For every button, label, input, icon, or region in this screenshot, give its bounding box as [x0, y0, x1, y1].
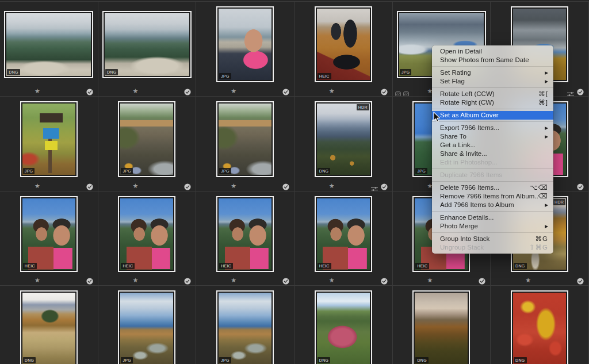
photo-image: HEIC — [317, 198, 370, 270]
photo-area: DNG — [98, 2, 196, 87]
menu-item-remove-7966-items-from-album[interactable]: Remove 7966 Items from Album...⌫ — [432, 192, 553, 201]
submenu-arrow-icon: ▶ — [545, 124, 548, 132]
photo-image: HEIC — [219, 198, 271, 270]
star-rating-icon[interactable]: ★ — [34, 182, 41, 190]
sync-status-icon — [282, 277, 289, 283]
photo-image: DNG — [415, 293, 468, 364]
photo-thumbnail[interactable]: JPG — [216, 6, 274, 82]
photo-area: JPG — [98, 286, 196, 364]
menu-item-share-invite[interactable]: Share & Invite... — [432, 150, 553, 158]
photo-thumbnail[interactable]: HEIC — [20, 196, 78, 272]
edited-badge-icon — [395, 89, 401, 94]
photo-image: DNG — [22, 293, 75, 364]
menu-separator — [432, 66, 553, 67]
menu-separator — [432, 121, 553, 122]
menu-item-add-7966-items-to-album[interactable]: Add 7966 Items to Album▶ — [432, 201, 553, 209]
photo-thumbnail[interactable]: HEIC — [118, 196, 175, 272]
menu-item-label: Show Photos from Same Date — [440, 56, 529, 64]
photo-area: DNG — [294, 286, 392, 364]
star-rating-icon[interactable]: ★ — [230, 182, 237, 190]
photo-thumbnail[interactable]: JPG — [118, 290, 175, 364]
menu-item-label: Set as Album Cover — [440, 111, 499, 120]
thumbnail-meta-bar: ★ — [98, 276, 196, 285]
menu-item-label: Rotate Right (CW) — [440, 98, 494, 107]
menu-item-shortcut: ⌥⌫ — [530, 183, 548, 192]
thumbnail-meta-bar: ★ — [294, 87, 392, 96]
photo-cell: DNGHDR★ — [294, 96, 393, 191]
context-menu: Open in DetailShow Photos from Same Date… — [432, 45, 553, 254]
menu-item-set-flag[interactable]: Set Flag▶ — [432, 77, 553, 86]
format-badge: JPG — [400, 69, 412, 75]
star-rating-icon[interactable]: ★ — [34, 276, 41, 284]
photo-cell: HEIC★ — [294, 1, 393, 96]
format-badge: JPG — [219, 73, 231, 79]
photo-thumbnail[interactable]: DNG — [102, 11, 192, 78]
menu-item-open-in-detail[interactable]: Open in Detail — [432, 47, 553, 56]
menu-item-group-into-stack[interactable]: Group Into Stack⌘G — [432, 235, 553, 243]
photo-cell: JPG★ — [196, 96, 294, 191]
photo-cell: DNG★ — [294, 285, 393, 364]
menu-item-duplicate-7966-items: Duplicate 7966 Items — [432, 171, 553, 179]
menu-item-rotate-left-ccw[interactable]: Rotate Left (CCW)⌘[ — [432, 90, 553, 98]
photo-thumbnail[interactable]: DNGHDR — [315, 101, 372, 177]
photo-thumbnail[interactable]: HEIC — [315, 6, 372, 82]
photo-thumbnail[interactable]: DNG — [315, 290, 372, 364]
cropped-badge-icon — [403, 89, 409, 94]
photo-cell: HEIC★ — [196, 191, 294, 285]
thumbnail-meta-bar: ★ — [294, 276, 392, 285]
thumbnail-meta-bar: ★ — [0, 87, 98, 96]
photo-thumbnail[interactable]: JPG — [118, 101, 175, 177]
photo-thumbnail[interactable]: DNG — [4, 11, 93, 78]
photo-thumbnail[interactable]: JPG — [216, 101, 274, 177]
format-badge: DNG — [415, 357, 428, 363]
menu-separator — [432, 168, 553, 169]
menu-item-show-photos-from-same-date[interactable]: Show Photos from Same Date — [432, 56, 553, 64]
photo-thumbnail[interactable]: JPG — [20, 101, 78, 177]
menu-item-export-7966-items[interactable]: Export 7966 Items...▶ — [432, 124, 553, 132]
format-badge: JPG — [23, 168, 35, 174]
star-rating-icon[interactable]: ★ — [230, 276, 237, 284]
menu-separator — [432, 232, 553, 233]
star-rating-icon[interactable]: ★ — [328, 276, 335, 284]
photo-thumbnail[interactable]: DNG — [20, 290, 78, 364]
format-badge: DNG — [7, 69, 20, 75]
menu-item-label: Set Rating — [440, 68, 471, 77]
sync-status-icon — [577, 277, 584, 283]
thumbnail-meta-bar: ★ — [98, 87, 196, 96]
photo-image: JPG — [120, 293, 173, 364]
menu-item-share-to[interactable]: Share To▶ — [432, 132, 553, 141]
star-rating-icon[interactable]: ★ — [328, 87, 335, 95]
thumbnail-meta-bar: ★ — [491, 276, 588, 285]
sync-status-icon — [86, 277, 93, 283]
photo-thumbnail[interactable]: DNG — [511, 290, 568, 364]
menu-item-set-as-album-cover[interactable]: Set as Album Cover — [432, 111, 553, 120]
photo-thumbnail[interactable]: HEIC — [216, 196, 274, 272]
star-rating-icon[interactable]: ★ — [426, 276, 433, 284]
star-rating-icon[interactable]: ★ — [328, 182, 335, 190]
menu-item-label: Edit in Photoshop... — [440, 158, 498, 167]
star-rating-icon[interactable]: ★ — [132, 87, 139, 95]
star-rating-icon[interactable]: ★ — [34, 87, 41, 95]
menu-item-enhance-details[interactable]: Enhance Details... — [432, 213, 553, 222]
format-badge: DNG — [23, 357, 36, 363]
photo-library-window: DNG★DNG★JPG★HEIC★JPG★JPGJPG★JPG★JPG★DNGH… — [0, 0, 589, 364]
star-rating-icon[interactable]: ★ — [525, 276, 531, 284]
menu-item-get-a-link[interactable]: Get a Link... — [432, 141, 553, 150]
menu-item-rotate-right-cw[interactable]: Rotate Right (CW)⌘] — [432, 98, 553, 107]
star-rating-icon[interactable]: ★ — [230, 87, 237, 95]
menu-item-set-rating[interactable]: Set Rating▶ — [432, 68, 553, 77]
photo-cell: HEIC★ — [98, 191, 197, 285]
star-rating-icon[interactable]: ★ — [132, 182, 139, 190]
format-badge: HEIC — [121, 263, 135, 269]
menu-item-delete-7966-items[interactable]: Delete 7966 Items...⌥⌫ — [432, 183, 553, 192]
menu-item-photo-merge[interactable]: Photo Merge▶ — [432, 222, 553, 231]
sync-status-icon — [577, 182, 584, 189]
photo-thumbnail[interactable]: HEIC — [315, 196, 372, 272]
star-rating-icon[interactable]: ★ — [132, 276, 139, 284]
photo-thumbnail[interactable]: DNG — [412, 290, 470, 364]
photo-cell: JPG★ — [196, 285, 294, 364]
menu-item-label: Group Into Stack — [440, 235, 489, 243]
sync-status-icon — [577, 87, 584, 94]
menu-item-label: Open in Detail — [440, 47, 482, 56]
photo-thumbnail[interactable]: JPG — [216, 290, 274, 364]
